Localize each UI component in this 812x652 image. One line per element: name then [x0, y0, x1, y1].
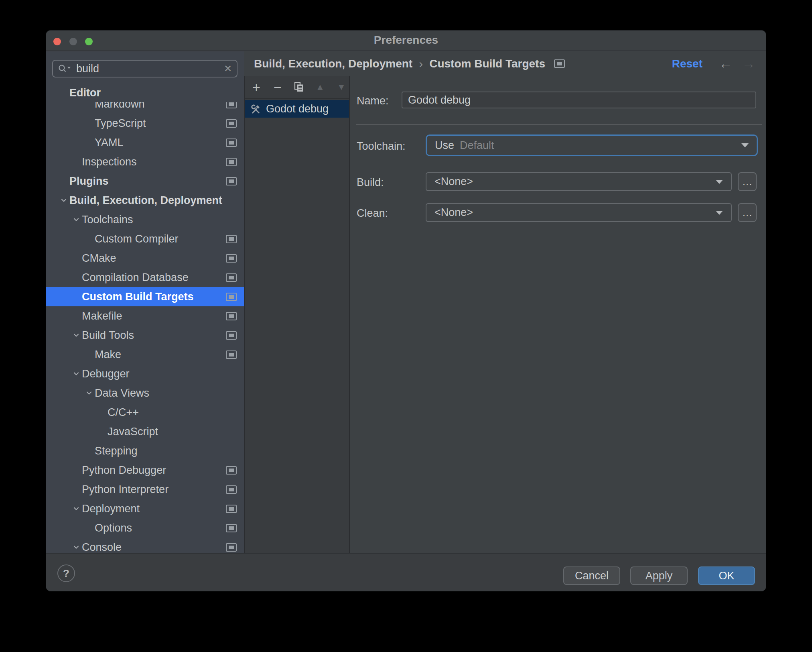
sidebar-item-custom-compiler[interactable]: Custom Compiler	[46, 229, 244, 249]
sidebar-item-data-views[interactable]: Data Views	[46, 383, 244, 403]
sidebar-item-plugins[interactable]: Plugins	[46, 171, 244, 191]
sidebar-item-console[interactable]: Console	[46, 538, 244, 553]
window-title: Preferences	[46, 31, 766, 51]
sidebar-item-inspections[interactable]: Inspections	[46, 152, 244, 171]
sidebar-item-toolchains[interactable]: Toolchains	[46, 210, 244, 229]
search-icon	[58, 64, 71, 73]
build-targets-list-panel: + − ▲ ▼	[244, 76, 350, 553]
add-icon[interactable]: +	[251, 82, 262, 92]
breadcrumb-segment[interactable]: Build, Execution, Deployment	[254, 57, 412, 70]
match-badge-icon	[226, 466, 237, 475]
clean-value: <None>	[434, 206, 473, 219]
sidebar-sticky-header-editor[interactable]: Editor	[46, 84, 244, 102]
move-down-icon: ▼	[336, 82, 347, 92]
title-bar: Preferences	[46, 31, 766, 51]
match-badge-icon	[226, 312, 237, 320]
match-badge-icon	[226, 485, 237, 494]
sidebar-item-label: Custom Build Targets	[82, 291, 194, 303]
match-badge-icon	[226, 350, 237, 359]
sidebar-item-c-c[interactable]: C/C++	[46, 403, 244, 422]
chevron-down-icon[interactable]	[71, 504, 82, 513]
chevron-down-icon[interactable]	[71, 369, 82, 378]
cancel-button[interactable]: Cancel	[563, 566, 620, 585]
match-badge-icon	[226, 331, 237, 340]
list-toolbar: + − ▲ ▼	[245, 76, 349, 99]
sidebar-item-label: Debugger	[82, 368, 130, 380]
sidebar-item-cmake[interactable]: CMake	[46, 249, 244, 268]
settings-sidebar: ✕ Markdown TypeScript YAML	[46, 51, 244, 553]
match-badge-icon	[226, 524, 237, 532]
sidebar-item-label: Make	[95, 348, 121, 361]
sidebar-item-label: JavaScript	[108, 426, 158, 438]
chevron-down-icon	[716, 180, 723, 184]
chevron-down-icon[interactable]	[71, 543, 82, 552]
move-up-icon: ▲	[315, 82, 325, 92]
name-field[interactable]	[402, 92, 756, 108]
sidebar-item-stepping[interactable]: Stepping	[46, 441, 244, 460]
apply-button[interactable]: Apply	[630, 566, 688, 585]
clean-browse-button[interactable]: …	[738, 203, 757, 222]
sidebar-item-debugger[interactable]: Debugger	[46, 364, 244, 383]
list-item-godot-debug[interactable]: Godot debug	[245, 100, 349, 118]
chevron-down-icon	[741, 143, 749, 147]
match-badge-icon	[226, 543, 237, 552]
toolchain-dropdown[interactable]: Use Default	[426, 134, 758, 156]
remove-icon[interactable]: −	[272, 82, 283, 92]
sidebar-item-make[interactable]: Make	[46, 345, 244, 364]
sidebar-item-label: CMake	[82, 252, 116, 265]
sidebar-item-label: Options	[95, 522, 132, 534]
name-label: Name:	[357, 95, 389, 107]
toolchain-label: Toolchain:	[357, 140, 406, 153]
sidebar-item-label: Custom Compiler	[95, 233, 179, 245]
clear-search-icon[interactable]: ✕	[224, 64, 232, 73]
match-badge-icon	[226, 119, 237, 128]
build-target-icon	[250, 104, 261, 114]
form-divider	[356, 124, 762, 125]
chevron-down-icon[interactable]	[83, 389, 95, 397]
search-input[interactable]	[75, 62, 224, 75]
match-badge-icon	[226, 293, 237, 301]
sidebar-item-label: YAML	[95, 137, 124, 149]
build-label: Build:	[357, 176, 384, 189]
breadcrumb-segment-current: Custom Build Targets	[429, 57, 545, 70]
match-badge-icon	[226, 505, 237, 513]
match-badge-icon	[226, 273, 237, 282]
sidebar-item-compilation-database[interactable]: Compilation Database	[46, 268, 244, 287]
sidebar-item-label: Stepping	[95, 445, 138, 457]
settings-tree: Markdown TypeScript YAML Inspections	[46, 96, 244, 553]
breadcrumb-separator-icon: ›	[419, 57, 423, 71]
help-icon[interactable]: ?	[57, 564, 75, 582]
sidebar-item-python-debugger[interactable]: Python Debugger	[46, 460, 244, 480]
clean-label: Clean:	[357, 207, 388, 220]
sidebar-item-label: Compilation Database	[82, 271, 189, 284]
sidebar-item-yaml[interactable]: YAML	[46, 133, 244, 152]
sidebar-item-label: Deployment	[82, 503, 140, 515]
sidebar-item-label: Toolchains	[82, 214, 133, 226]
preferences-window: Preferences ✕ Markdown	[46, 30, 766, 591]
chevron-down-icon[interactable]	[71, 215, 82, 224]
clean-dropdown[interactable]: <None>	[426, 203, 732, 222]
chevron-down-icon[interactable]	[58, 196, 69, 205]
build-dropdown[interactable]: <None>	[426, 172, 732, 191]
build-value: <None>	[434, 175, 473, 188]
build-browse-button[interactable]: …	[738, 172, 757, 191]
sidebar-item-options[interactable]: Options	[46, 518, 244, 538]
chevron-down-icon[interactable]	[71, 331, 82, 340]
ok-button[interactable]: OK	[698, 566, 755, 585]
sidebar-item-deployment[interactable]: Deployment	[46, 499, 244, 518]
copy-icon[interactable]	[294, 82, 304, 92]
match-badge-icon	[554, 59, 565, 68]
reset-link[interactable]: Reset	[672, 51, 702, 76]
sidebar-item-python-interpreter[interactable]: Python Interpreter	[46, 480, 244, 499]
sidebar-item-build-execution-deployment[interactable]: Build, Execution, Deployment	[46, 191, 244, 210]
sidebar-item-custom-build-targets[interactable]: Custom Build Targets	[46, 287, 244, 306]
sidebar-item-label: Python Interpreter	[82, 483, 168, 496]
sidebar-item-build-tools[interactable]: Build Tools	[46, 326, 244, 345]
sidebar-item-javascript[interactable]: JavaScript	[46, 422, 244, 441]
list-item-label: Godot debug	[266, 103, 329, 115]
settings-search-box[interactable]: ✕	[52, 60, 238, 77]
back-arrow-icon[interactable]: ←	[719, 51, 733, 76]
toolchain-value-prefix: Use	[435, 139, 454, 152]
sidebar-item-makefile[interactable]: Makefile	[46, 306, 244, 326]
sidebar-item-typescript[interactable]: TypeScript	[46, 114, 244, 133]
